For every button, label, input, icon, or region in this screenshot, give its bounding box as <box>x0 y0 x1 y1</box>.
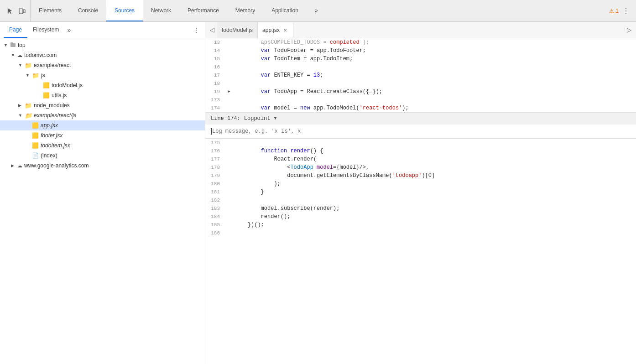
tab-performance[interactable]: Performance <box>179 0 227 21</box>
code-line-185: 185 })(); <box>205 221 636 229</box>
code-text-178: <TodoApp model={model}/>, <box>233 163 636 172</box>
tree-item-node-modules[interactable]: ▶ 📁 node_modules <box>0 100 205 110</box>
code-line-186: 186 <box>205 229 636 237</box>
line-num-180: 180 <box>205 180 225 188</box>
folder-icon-examples-react-js: 📁 <box>25 112 32 119</box>
code-text-174: var model = new app.TodoModel('react-tod… <box>233 104 636 112</box>
tab-network[interactable]: Network <box>143 0 179 21</box>
file-tree: ▼ top ▼ ☁ todomvc.com ▼ 📁 examples/react… <box>0 38 205 364</box>
code-line-176: 176 function render() { <box>205 147 636 155</box>
line-num-184: 184 <box>205 213 225 221</box>
arrow-19[interactable]: ▶ <box>225 88 233 96</box>
tab-application[interactable]: Application <box>263 0 307 21</box>
code-line-19: 19 ▶ var TodoApp = React.createClass({…}… <box>205 88 636 96</box>
folder-icon-js: 📁 <box>32 72 39 79</box>
tab-more[interactable]: » <box>307 0 326 21</box>
line-num-181: 181 <box>205 188 225 196</box>
code-text-180: ); <box>233 180 636 188</box>
cloud-icon-google: ☁ <box>17 163 22 169</box>
tab-console[interactable]: Console <box>70 0 106 21</box>
left-panel-tabs: Page Filesystem » ⋮ <box>0 22 205 38</box>
panel-tab-more-icon[interactable]: » <box>64 26 73 34</box>
tab-elements[interactable]: Elements <box>31 0 70 21</box>
devtools-icons <box>2 0 31 21</box>
settings-icon[interactable]: ⋮ <box>621 6 631 16</box>
code-line-17: 17 var ENTER_KEY = 13; <box>205 71 636 79</box>
panel-tab-actions: ⋮ <box>192 26 201 35</box>
tree-item-footer-jsx[interactable]: ▶ 🟨 footer.jsx <box>0 130 205 140</box>
svg-rect-1 <box>23 10 25 13</box>
tree-item-examples-react[interactable]: ▼ 📁 examples/react <box>0 60 205 70</box>
top-bar: Elements Console Sources Network Perform… <box>0 0 636 22</box>
editor-tabs: ◁ todoModel.js app.jsx ✕ ▷ <box>205 22 636 38</box>
tab-page[interactable]: Page <box>4 22 27 38</box>
tree-item-js[interactable]: ▼ 📁 js <box>0 70 205 80</box>
panel-action-menu-icon[interactable]: ⋮ <box>192 26 201 35</box>
folder-icon-examples-react: 📁 <box>25 62 32 69</box>
svg-rect-0 <box>19 9 23 14</box>
left-panel: Page Filesystem » ⋮ ▼ top ▼ ☁ todomvc.co… <box>0 22 205 364</box>
folder-icon-node-modules: 📁 <box>25 102 32 109</box>
logpoint-overlay: Line 174: Logpoint ▼ <box>205 112 636 139</box>
code-line-182: 182 <box>205 196 636 204</box>
svg-rect-3 <box>10 42 13 44</box>
editor-tab-appjsx[interactable]: app.jsx ✕ <box>258 22 293 38</box>
code-line-177: 177 React.render( <box>205 155 636 163</box>
line-num-176: 176 <box>205 147 225 155</box>
line-num-185: 185 <box>205 221 225 229</box>
line-num-186: 186 <box>205 229 225 237</box>
arrow-todomvc: ▼ <box>11 53 17 57</box>
tree-item-utils[interactable]: ▶ 🟨 utils.js <box>0 90 205 100</box>
code-line-178: 178 <TodoApp model={model}/>, <box>205 163 636 172</box>
tab-sources[interactable]: Sources <box>106 0 143 21</box>
code-text-183: model.subscribe(render); <box>233 204 636 213</box>
tree-item-top[interactable]: ▼ top <box>0 40 205 50</box>
cloud-icon-todomvc: ☁ <box>17 52 22 58</box>
tree-item-google-analytics[interactable]: ▶ ☁ www.google-analytics.com <box>0 161 205 171</box>
tree-item-index[interactable]: ▶ 📄 (index) <box>0 151 205 161</box>
warning-icon: ⚠ <box>609 8 614 14</box>
tab-memory[interactable]: Memory <box>227 0 263 21</box>
svg-rect-2 <box>10 43 16 47</box>
code-line-180: 180 ); <box>205 180 636 188</box>
editor-tab-prev-icon[interactable]: ◁ <box>207 26 217 33</box>
logpoint-input[interactable] <box>212 126 631 136</box>
tree-item-app-jsx[interactable]: ▶ 🟨 app.jsx <box>0 120 205 130</box>
tree-label-todoitem-jsx: todoItem.jsx <box>41 142 70 149</box>
pointer-tool-icon[interactable] <box>5 6 15 16</box>
arrow-examples-react: ▼ <box>18 63 25 68</box>
tree-item-todomodel[interactable]: ▶ 🟨 todoModel.js <box>0 80 205 90</box>
line-num-13: 13 <box>205 38 225 47</box>
code-line-18: 18 <box>205 79 636 88</box>
tree-label-todomvc: todomvc.com <box>24 52 57 58</box>
tab-filesystem[interactable]: Filesystem <box>27 22 64 38</box>
code-area[interactable]: 13 appCOMPLETED_TODOS = completed ); 14 … <box>205 38 636 364</box>
line-num-182: 182 <box>205 196 225 204</box>
line-num-19: 19 <box>205 88 225 96</box>
code-text-184: render(); <box>233 213 636 221</box>
editor-tab-todomodel[interactable]: todoModel.js <box>217 22 258 38</box>
editor-tab-collapse-icon[interactable]: ▷ <box>624 26 634 33</box>
folder-icon-top <box>10 42 16 49</box>
tree-label-top: top <box>18 42 26 48</box>
logpoint-dropdown-arrow[interactable]: ▼ <box>274 114 276 123</box>
logpoint-header: Line 174: Logpoint ▼ <box>205 113 636 125</box>
line-num-173: 173 <box>205 96 225 104</box>
editor-tab-appjsx-label: app.jsx <box>262 27 280 33</box>
editor-tab-appjsx-close[interactable]: ✕ <box>282 27 288 33</box>
device-toggle-icon[interactable] <box>17 6 26 16</box>
line-num-18: 18 <box>205 79 225 88</box>
tree-label-google-analytics: www.google-analytics.com <box>24 162 89 169</box>
code-text-13: appCOMPLETED_TODOS = completed ); <box>233 38 636 47</box>
code-text-185: })(); <box>233 221 636 229</box>
tree-item-todoitem-jsx[interactable]: ▶ 🟨 todoItem.jsx <box>0 140 205 151</box>
code-text-19: var TodoApp = React.createClass({…}); <box>233 88 636 96</box>
file-icon-app-jsx: 🟨 <box>32 122 39 129</box>
code-text-17: var ENTER_KEY = 13; <box>233 71 636 79</box>
tree-item-todomvc[interactable]: ▼ ☁ todomvc.com <box>0 50 205 60</box>
code-line-16: 16 <box>205 63 636 71</box>
warning-badge[interactable]: ⚠ 1 <box>609 8 619 14</box>
tree-item-examples-react-js[interactable]: ▼ 📁 examples/react/js <box>0 110 205 120</box>
top-tabs: Elements Console Sources Network Perform… <box>31 0 605 21</box>
logpoint-line-label: Line 174: <box>211 114 240 123</box>
